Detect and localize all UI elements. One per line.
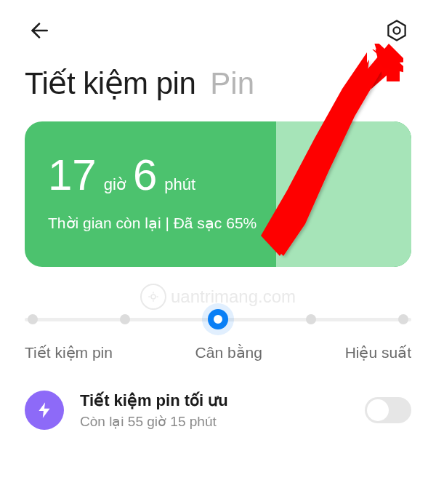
ultra-battery-saver-row: Tiết kiệm pin tối ưu Còn lại 55 giờ 15 p… [25, 391, 411, 430]
battery-time-card[interactable]: 17 giờ 6 phút Thời gian còn lại | Đã sạc… [25, 121, 411, 267]
back-button[interactable] [25, 16, 54, 45]
performance-mode-slider[interactable] [25, 309, 411, 329]
hours-unit: giờ [104, 175, 126, 194]
page-tabs: Tiết kiệm pin Pin [0, 45, 436, 101]
slider-label-center: Cân bằng [195, 344, 262, 361]
lightning-icon-badge [25, 391, 64, 430]
tab-battery-saver[interactable]: Tiết kiệm pin [25, 65, 195, 101]
watermark-icon [140, 284, 166, 310]
slider-notch [120, 314, 130, 324]
slider-notch [28, 314, 38, 324]
ultra-saver-toggle[interactable] [365, 397, 411, 423]
arrow-left-icon [28, 19, 51, 42]
slider-label-right: Hiệu suất [345, 344, 411, 361]
tab-battery[interactable]: Pin [210, 66, 254, 101]
battery-remaining-time: 17 giờ 6 phút [48, 153, 388, 197]
slider-labels: Tiết kiệm pin Cân bằng Hiệu suất [25, 344, 411, 361]
toggle-knob [367, 399, 389, 421]
watermark: uantrimang.com [140, 284, 296, 310]
watermark-text: uantrimang.com [171, 287, 296, 307]
slider-label-left: Tiết kiệm pin [25, 344, 113, 361]
option-subtitle: Còn lại 55 giờ 15 phút [80, 413, 349, 430]
svg-marker-1 [388, 21, 405, 41]
lightning-icon [35, 401, 54, 420]
hours-value: 17 [48, 153, 97, 197]
battery-status-text: Thời gian còn lại | Đã sạc 65% [48, 215, 388, 232]
minutes-value: 6 [133, 153, 157, 197]
slider-notch [306, 314, 316, 324]
option-title: Tiết kiệm pin tối ưu [80, 391, 349, 410]
slider-notch [398, 314, 408, 324]
gear-icon [384, 18, 409, 43]
minutes-unit: phút [164, 175, 195, 194]
settings-button[interactable] [382, 16, 411, 45]
svg-point-2 [393, 27, 400, 33]
slider-handle[interactable] [208, 309, 228, 329]
svg-point-3 [151, 295, 156, 299]
